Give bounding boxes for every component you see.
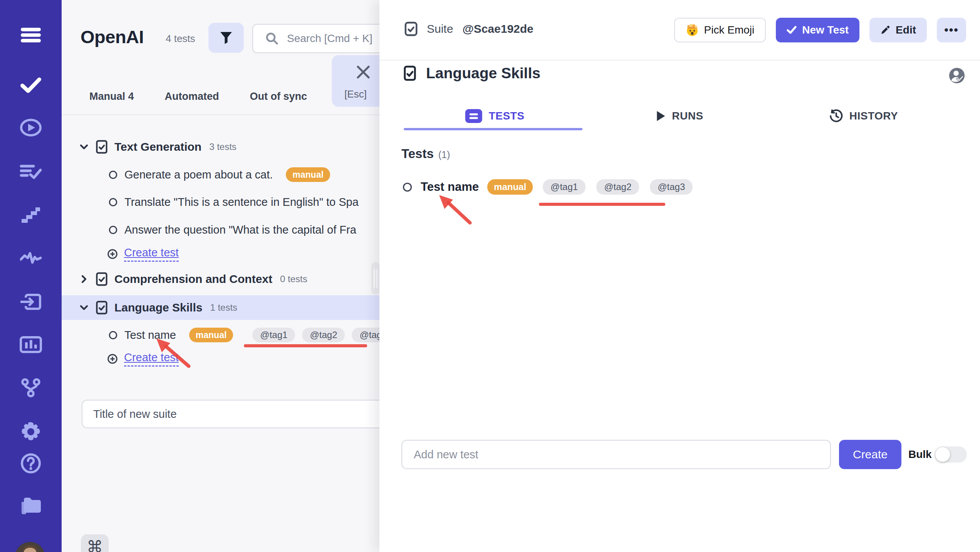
search-box — [252, 24, 379, 53]
tree-group-text-generation[interactable]: Text Generation 3 tests — [62, 135, 379, 159]
tab-automated[interactable]: Automated — [165, 91, 219, 103]
plus-circle-icon — [107, 353, 118, 364]
circle-icon — [109, 198, 117, 207]
tab-tests[interactable]: TESTS — [465, 103, 525, 130]
drawer-test-row[interactable]: Test name manual @tag1 @tag2 @tag3 — [403, 174, 693, 200]
tab-label: HISTORY — [849, 110, 898, 122]
circle-icon — [109, 226, 117, 234]
new-suite-title-input[interactable] — [82, 400, 379, 428]
test-row-translate[interactable]: Translate "This is a sentence in English… — [62, 190, 379, 214]
history-clock-icon — [829, 109, 843, 123]
create-test-label: Create test — [124, 246, 179, 262]
tab-out-of-sync[interactable]: Out of sync — [250, 91, 307, 103]
test-name: Answer the question "What is the capital… — [124, 224, 356, 236]
circle-icon — [109, 170, 117, 179]
bulk-toggle[interactable] — [935, 446, 967, 463]
tag-pill: @tag2 — [596, 179, 639, 195]
group-name: Comprehension and Context — [114, 273, 272, 286]
test-row-poem[interactable]: Generate a poem about a cat. manual — [62, 162, 379, 187]
help-icon[interactable] — [20, 453, 41, 474]
play-circle-icon[interactable] — [20, 119, 42, 136]
suite-id: @Scae192de — [462, 22, 533, 35]
card-lines-icon — [465, 109, 483, 123]
tests-count: (1) — [438, 149, 450, 160]
drawer-header-buttons: Pick Emoji New Test Edit ••• — [674, 18, 966, 42]
import-icon[interactable] — [20, 294, 42, 310]
ellipsis-icon: ••• — [944, 24, 959, 37]
tests-section-heading: Tests (1) — [401, 146, 450, 161]
file-check-icon — [404, 66, 416, 81]
drawer-title: Language Skills — [426, 65, 540, 82]
bar-chart-icon[interactable] — [20, 336, 42, 353]
tab-label: RUNS — [672, 110, 703, 122]
sidebar-rail — [0, 0, 62, 552]
create-button[interactable]: Create — [839, 440, 901, 469]
pick-emoji-button[interactable]: Pick Emoji — [674, 18, 766, 42]
file-check-icon — [96, 272, 107, 286]
app-root: OpenAI 4 tests Manual 4 Automated Out of… — [0, 0, 980, 552]
suite-list-panel: OpenAI 4 tests Manual 4 Automated Out of… — [62, 0, 379, 552]
close-drawer-button[interactable]: [Esc] — [332, 55, 379, 107]
test-row-test-name[interactable]: Test name manual @tag1 @tag2 @tag3 — [62, 323, 379, 347]
chevron-down-icon[interactable] — [79, 142, 89, 152]
file-check-icon — [404, 22, 418, 36]
test-name: Generate a poem about a cat. — [124, 168, 273, 181]
test-name: Translate "This is a sentence in English… — [124, 196, 359, 209]
add-test-row: Create Bulk — [401, 440, 964, 469]
folder-icon[interactable] — [19, 496, 42, 516]
group-count: 1 tests — [210, 302, 237, 313]
branch-icon[interactable] — [20, 378, 41, 397]
chevron-right-icon[interactable] — [79, 274, 89, 284]
tab-label: TESTS — [489, 110, 525, 122]
panel-resize-handle[interactable] — [371, 262, 379, 295]
suite-breadcrumb: Suite @Scae192de — [404, 22, 534, 36]
steps-icon[interactable] — [20, 207, 42, 224]
group-name: Text Generation — [114, 140, 201, 153]
tree-group-language-skills[interactable]: Language Skills 1 tests — [62, 295, 379, 320]
esc-shortcut-label: [Esc] — [332, 88, 379, 100]
suite-drawer: Suite @Scae192de Pick Emoji New Test Edi… — [379, 0, 980, 552]
manual-badge: manual — [286, 167, 330, 182]
user-avatar[interactable] — [15, 542, 45, 552]
tab-runs[interactable]: RUNS — [656, 103, 703, 130]
add-test-input[interactable] — [401, 440, 831, 469]
group-count: 3 tests — [209, 141, 237, 152]
gear-icon[interactable] — [20, 421, 42, 443]
edit-button[interactable]: Edit — [869, 18, 927, 42]
more-options-button[interactable]: ••• — [937, 18, 966, 42]
search-input[interactable] — [287, 32, 379, 45]
list-check-icon[interactable] — [20, 163, 42, 180]
bulk-label: Bulk — [908, 448, 932, 461]
tabs-divider — [62, 114, 379, 115]
new-test-button[interactable]: New Test — [776, 18, 859, 42]
plus-circle-icon — [107, 249, 118, 259]
activity-icon[interactable] — [20, 251, 42, 265]
tag-pill: @tag2 — [302, 328, 345, 342]
tree-group-comprehension[interactable]: Comprehension and Context 0 tests — [62, 267, 379, 291]
user-check-icon[interactable] — [948, 67, 965, 84]
chevron-down-icon[interactable] — [79, 303, 89, 313]
filter-button[interactable] — [208, 23, 244, 53]
manual-badge: manual — [487, 179, 533, 195]
tests-heading-label: Tests — [401, 146, 434, 161]
tag-list: @tag1 @tag2 @tag3 — [543, 179, 693, 195]
active-tab-indicator — [404, 128, 582, 130]
circle-icon — [109, 331, 117, 340]
manual-badge: manual — [189, 328, 233, 342]
drawer-title-row: Language Skills — [404, 65, 540, 82]
tag-list: @tag1 @tag2 @tag3 — [252, 328, 379, 342]
tag-pill: @tag1 — [543, 179, 586, 195]
check-icon[interactable] — [20, 76, 42, 93]
exploding-head-emoji — [686, 24, 699, 37]
group-count: 0 tests — [280, 274, 307, 284]
test-row-answer[interactable]: Answer the question "What is the capital… — [62, 217, 379, 242]
tab-history[interactable]: HISTORY — [829, 103, 898, 130]
create-test-link-1[interactable]: Create test — [62, 242, 379, 266]
menu-icon[interactable] — [20, 26, 42, 44]
tag-pill: @tag3 — [352, 328, 379, 342]
create-test-link-2[interactable]: Create test — [62, 347, 379, 371]
funnel-icon — [219, 30, 233, 45]
tag-pill: @tag3 — [650, 179, 693, 195]
tab-manual[interactable]: Manual 4 — [89, 91, 134, 103]
tag-pill: @tag1 — [252, 328, 295, 342]
